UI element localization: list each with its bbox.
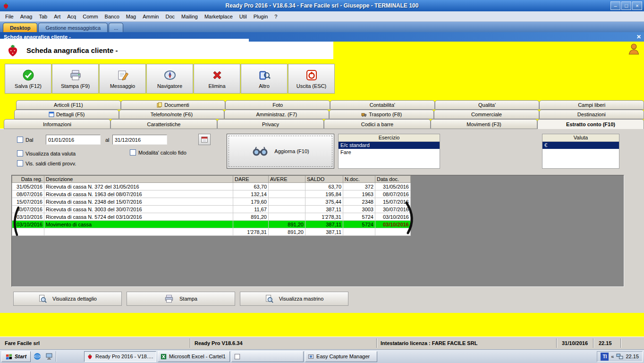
table-row[interactable]: 03/10/2016Ricevuta di cassa N. 5724 del …	[12, 213, 411, 221]
tab-dettagli[interactable]: Dettagli (F5)	[14, 110, 119, 119]
workspace-tab-messaggistica[interactable]: Gestione messaggistica	[38, 23, 108, 32]
task-excel[interactable]: Microsoft Excel - Cartel1	[158, 351, 230, 362]
menu-help[interactable]: ?	[271, 12, 280, 21]
menu-doc[interactable]: Doc	[162, 12, 178, 21]
table-cell: 5724	[343, 221, 375, 228]
tab-amministraz[interactable]: Amministraz. (F7)	[224, 110, 329, 119]
col-ndoc[interactable]: N.doc.	[343, 176, 375, 183]
desktop-shortcut-icon[interactable]	[44, 351, 54, 362]
tab-privacy[interactable]: Privacy	[217, 119, 324, 129]
task-easy-capture[interactable]: Easy Capture Manager	[305, 351, 377, 362]
customer-person-icon[interactable]	[627, 43, 640, 55]
visualizza-data-valuta-checkbox[interactable]: Visualizza data valuta	[17, 150, 76, 156]
check-icon	[22, 69, 34, 81]
visualizza-mastrino-button[interactable]: Visualizza mastrino	[240, 292, 348, 306]
windows-flag-icon	[6, 354, 12, 360]
menu-acq[interactable]: Acq	[64, 12, 79, 21]
navigatore-button[interactable]: Navigatore	[146, 64, 193, 94]
language-indicator[interactable]: TI	[601, 353, 609, 361]
network-tray-icon[interactable]	[616, 354, 623, 360]
task-ready-pro[interactable]: Ready Pro 2016 - V18.6....	[84, 351, 156, 362]
stampa-grid-button[interactable]: Stampa	[127, 292, 235, 306]
tab-contabilita[interactable]: Contabilita'	[330, 100, 435, 110]
menu-util[interactable]: Util	[236, 12, 250, 21]
dal-date-input[interactable]	[46, 135, 101, 145]
menu-tab[interactable]: Tab	[35, 12, 51, 21]
tab-movimenti[interactable]: Movimenti (F3)	[431, 119, 537, 129]
tab-qualita[interactable]: Qualita'	[435, 100, 540, 110]
salva-button[interactable]: Salva (F12)	[5, 64, 51, 94]
col-descrizione[interactable]: Descrizione	[44, 176, 233, 183]
table-cell	[269, 183, 305, 190]
tab-articoli[interactable]: Articoli (F11)	[16, 100, 121, 110]
tab-telefono-note[interactable]: Telefono/note (F6)	[119, 110, 224, 119]
printer-icon	[69, 69, 82, 81]
valuta-option-euro[interactable]: €	[542, 142, 619, 149]
table-row[interactable]: 30/07/2016Ricevuta di cassa N. 3003 del …	[12, 206, 411, 213]
tab-estratto-conto[interactable]: Estratto conto (F10)	[537, 119, 644, 129]
table-row[interactable]: 15/07/2016Ricevuta di cassa N. 2348 del …	[12, 198, 411, 206]
menu-anag[interactable]: Anag	[17, 12, 36, 21]
task-label: Easy Capture Manager	[316, 354, 370, 359]
altro-button[interactable]: Altro	[241, 64, 288, 94]
col-dare[interactable]: DARE	[233, 176, 269, 183]
close-icon[interactable]: ×	[632, 1, 642, 10]
menu-marketplace[interactable]: Marketplace	[201, 12, 236, 21]
modalita-fido-checkbox[interactable]: Modalita' calcolo fido	[130, 149, 186, 156]
col-data-doc[interactable]: Data doc.	[375, 176, 411, 183]
menu-mag[interactable]: Mag	[123, 12, 139, 21]
stampa-button[interactable]: Stampa (F9)	[52, 64, 99, 94]
tab-label: Movimenti (F3)	[466, 121, 501, 127]
tab-commerciale[interactable]: Commerciale	[434, 110, 539, 119]
tab-codici-a-barre[interactable]: Codici a barre	[324, 119, 431, 129]
checkbox-icon	[17, 137, 23, 143]
esercizio-option-fare[interactable]: Fare	[339, 149, 440, 156]
menu-plugin[interactable]: Plugin	[250, 12, 271, 21]
tab-caratteristiche[interactable]: Caratteristiche	[110, 119, 217, 129]
menu-comm[interactable]: Comm	[79, 12, 101, 21]
tray-clock[interactable]: 22.15	[626, 354, 639, 359]
tab-label: Articoli (F11)	[54, 102, 83, 108]
tab-informazioni[interactable]: Informazioni	[4, 119, 110, 129]
aggiorna-button[interactable]: Aggiorna (F10)	[227, 134, 334, 169]
elimina-button[interactable]: Elimina	[194, 64, 240, 94]
menu-ammin[interactable]: Ammin	[139, 12, 162, 21]
col-avere[interactable]: AVERE	[269, 176, 305, 183]
visualizza-dettaglio-button[interactable]: Visualizza dettaglio	[13, 292, 122, 306]
uscita-button[interactable]: Uscita (ESC)	[288, 64, 335, 94]
table-row[interactable]: 31/05/2016Ricevuta di cassa N. 372 del 3…	[12, 183, 411, 190]
task-blank-window[interactable]	[231, 351, 304, 362]
salva-label: Salva (F12)	[15, 83, 42, 89]
menu-file[interactable]: File	[2, 12, 17, 21]
table-cell: 375,44	[305, 198, 343, 206]
calendar-button[interactable]	[198, 134, 211, 145]
estratto-conto-panel: Dal al Visualizza data valuta Vis. saldi…	[0, 129, 644, 313]
tab-documenti[interactable]: Documenti	[121, 100, 226, 110]
main-toolbar: Salva (F12) Stampa (F9) Messaggio Naviga…	[5, 64, 335, 94]
tab-destinazioni[interactable]: Destinazioni	[539, 110, 644, 119]
workspace-tab-desktop[interactable]: Desktop	[3, 23, 37, 32]
table-row-highlighted[interactable]: 03/10/2016Movimento di cassa891,20387,11…	[12, 221, 411, 228]
tab-campi-liberi[interactable]: Campi liberi	[539, 100, 644, 110]
dal-checkbox[interactable]: Dal	[17, 137, 34, 143]
menu-art[interactable]: Art	[51, 12, 64, 21]
restore-icon[interactable]: □	[621, 1, 631, 10]
tray-chevron-icon[interactable]: «	[611, 354, 614, 359]
minimize-icon[interactable]: –	[610, 1, 620, 10]
workspace-tab-more[interactable]: ...	[109, 23, 123, 32]
mdi-close-icon[interactable]: ✕	[636, 34, 641, 40]
tab-foto[interactable]: Foto	[225, 100, 330, 110]
menu-banco[interactable]: Banco	[102, 12, 123, 21]
messaggio-button[interactable]: Messaggio	[99, 64, 146, 94]
menu-mailing[interactable]: Mailing	[178, 12, 201, 21]
table-cell	[44, 228, 233, 236]
col-data-reg[interactable]: Data reg.	[12, 176, 44, 183]
start-button[interactable]: Start	[1, 351, 31, 362]
internet-explorer-icon[interactable]	[32, 351, 42, 362]
esercizio-option-ec-standard[interactable]: E/c standard	[339, 142, 440, 149]
col-saldo[interactable]: SALDO	[305, 176, 343, 183]
vis-saldi-checkbox[interactable]: Vis. saldi clienti provv.	[17, 160, 76, 166]
tab-trasporto[interactable]: Trasporto (F8)	[329, 110, 434, 119]
al-date-input[interactable]	[112, 135, 167, 145]
table-row[interactable]: 08/07/2016Ricevuta di cassa N. 1963 del …	[12, 190, 411, 198]
